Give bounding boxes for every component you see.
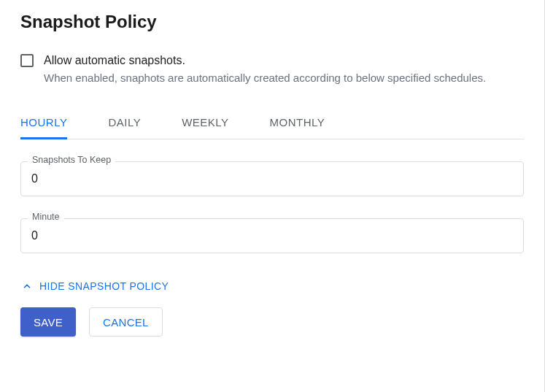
tab-daily[interactable]: DAILY xyxy=(108,106,141,139)
snapshot-policy-panel: Snapshot Policy Allow automatic snapshot… xyxy=(0,0,545,392)
action-buttons: SAVE CANCEL xyxy=(20,307,524,337)
allow-automatic-text: Allow automatic snapshots. When enabled,… xyxy=(44,53,486,85)
allow-automatic-checkbox[interactable] xyxy=(20,54,34,67)
allow-automatic-description: When enabled, snaphots are automatically… xyxy=(44,70,486,85)
minute-field: Minute xyxy=(20,218,524,253)
tab-hourly[interactable]: HOURLY xyxy=(20,106,67,139)
snapshots-to-keep-field: Snapshots To Keep xyxy=(20,161,524,196)
page-title: Snapshot Policy xyxy=(20,12,524,32)
chevron-up-icon xyxy=(20,280,34,293)
snapshots-to-keep-label: Snapshots To Keep xyxy=(28,155,115,165)
cancel-button[interactable]: CANCEL xyxy=(89,307,163,337)
hide-snapshot-policy-toggle[interactable]: HIDE SNAPSHOT POLICY xyxy=(20,280,169,293)
save-button[interactable]: SAVE xyxy=(20,307,76,337)
schedule-tabs: HOURLY DAILY WEEKLY MONTHLY xyxy=(20,106,524,139)
allow-automatic-row: Allow automatic snapshots. When enabled,… xyxy=(20,53,524,85)
minute-input[interactable] xyxy=(20,218,524,253)
allow-automatic-label: Allow automatic snapshots. xyxy=(44,53,486,69)
tab-monthly[interactable]: MONTHLY xyxy=(270,106,325,139)
minute-label: Minute xyxy=(28,212,64,222)
snapshots-to-keep-input[interactable] xyxy=(20,161,524,196)
hide-snapshot-policy-label: HIDE SNAPSHOT POLICY xyxy=(39,280,169,292)
tab-weekly[interactable]: WEEKLY xyxy=(182,106,228,139)
